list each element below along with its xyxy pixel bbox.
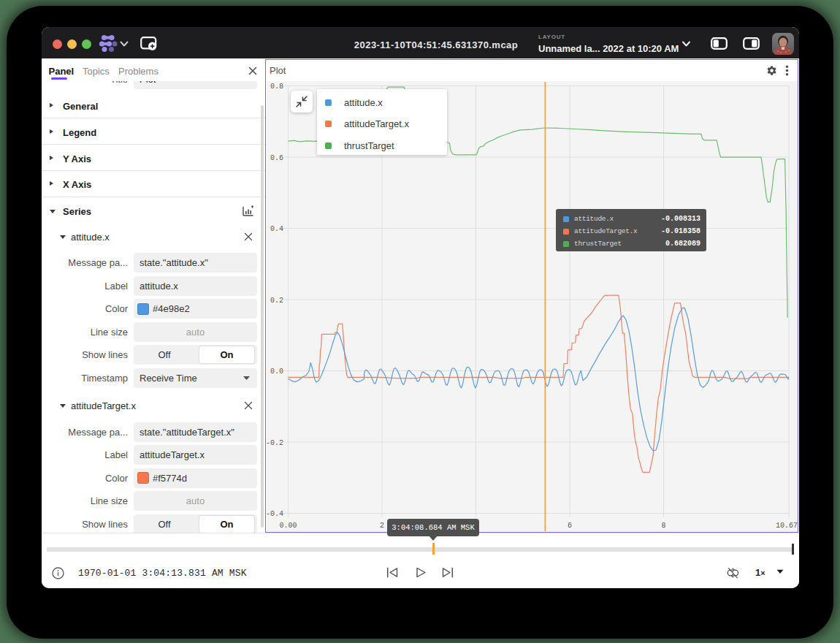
svg-text:2: 2 bbox=[379, 522, 383, 530]
svg-text:10.67: 10.67 bbox=[775, 522, 797, 530]
svg-text:0.2: 0.2 bbox=[270, 297, 283, 305]
svg-text:0.00: 0.00 bbox=[279, 522, 297, 530]
svg-text:0.4: 0.4 bbox=[270, 225, 283, 233]
svg-text:8: 8 bbox=[661, 522, 665, 530]
svg-text:0.0: 0.0 bbox=[270, 368, 283, 376]
svg-text:0.6: 0.6 bbox=[270, 154, 283, 162]
svg-text:-0.2: -0.2 bbox=[267, 439, 283, 447]
svg-text:-0.4: -0.4 bbox=[267, 510, 283, 518]
svg-text:0.8: 0.8 bbox=[270, 83, 283, 91]
svg-text:6: 6 bbox=[567, 522, 571, 530]
